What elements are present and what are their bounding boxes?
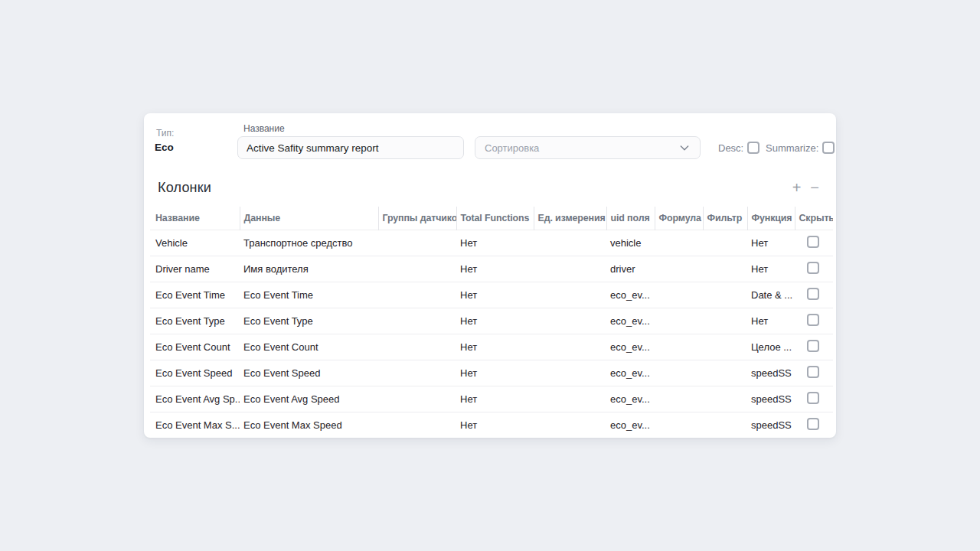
cell-function[interactable]: Целое ... (747, 334, 795, 360)
table-row: Eco Event TimeEco Event TimeНетeco_ev...… (150, 282, 833, 308)
cell-filter[interactable] (703, 412, 747, 438)
table-header-row: НазваниеДанныеГруппы датчиковTotal Funct… (150, 207, 833, 230)
cell-formula[interactable] (655, 412, 703, 438)
cell-data[interactable]: Eco Event Time (240, 282, 378, 308)
columns-title: Колонки (158, 180, 211, 196)
cell-function[interactable]: Нет (747, 230, 795, 256)
cell-uid[interactable]: eco_ev... (606, 308, 655, 334)
row-hide-checkbox[interactable] (807, 236, 819, 248)
cell-filter[interactable] (703, 282, 747, 308)
column-header: Фильтр (703, 207, 747, 230)
cell-formula[interactable] (655, 256, 703, 282)
cell-total-functions[interactable]: Нет (456, 412, 534, 438)
cell-formula[interactable] (655, 360, 703, 386)
cell-data[interactable]: Имя водителя (240, 256, 378, 282)
cell-sensor-groups[interactable] (378, 386, 456, 412)
cell-data[interactable]: Eco Event Type (240, 308, 378, 334)
cell-units[interactable] (534, 386, 606, 412)
cell-data[interactable]: Eco Event Count (240, 334, 378, 360)
cell-units[interactable] (534, 412, 606, 438)
cell-sensor-groups[interactable] (378, 230, 456, 256)
cell-name[interactable]: Eco Event Type (150, 308, 240, 334)
sort-dropdown[interactable]: Сортировка (475, 136, 701, 159)
cell-units[interactable] (534, 282, 606, 308)
summarize-checkbox[interactable] (822, 142, 835, 154)
cell-filter[interactable] (703, 230, 747, 256)
cell-uid[interactable]: eco_ev... (606, 386, 655, 412)
cell-function[interactable]: Нет (747, 256, 795, 282)
cell-units[interactable] (534, 230, 606, 256)
cell-sensor-groups[interactable] (378, 282, 456, 308)
cell-total-functions[interactable]: Нет (456, 282, 534, 308)
row-hide-checkbox[interactable] (807, 366, 819, 378)
cell-hide (795, 230, 833, 256)
cell-name[interactable]: Eco Event Max S... (150, 412, 240, 438)
cell-function[interactable]: speedSS (747, 412, 795, 438)
row-hide-checkbox[interactable] (807, 418, 819, 430)
cell-data[interactable]: Eco Event Avg Speed (240, 386, 378, 412)
table-row: Eco Event CountEco Event CountНетeco_ev.… (150, 334, 833, 360)
report-name-input[interactable] (237, 136, 464, 159)
column-header: Данные (240, 207, 378, 230)
cell-sensor-groups[interactable] (378, 334, 456, 360)
cell-sensor-groups[interactable] (378, 308, 456, 334)
cell-filter[interactable] (703, 360, 747, 386)
cell-data[interactable]: Eco Event Speed (240, 360, 378, 386)
cell-filter[interactable] (703, 334, 747, 360)
cell-function[interactable]: Нет (747, 308, 795, 334)
cell-hide (795, 412, 833, 438)
cell-units[interactable] (534, 334, 606, 360)
cell-uid[interactable]: eco_ev... (606, 282, 655, 308)
cell-formula[interactable] (655, 334, 703, 360)
cell-units[interactable] (534, 308, 606, 334)
cell-total-functions[interactable]: Нет (456, 230, 534, 256)
cell-total-functions[interactable]: Нет (456, 386, 534, 412)
cell-total-functions[interactable]: Нет (456, 360, 534, 386)
cell-data[interactable]: Транспортное средство (240, 230, 378, 256)
row-hide-checkbox[interactable] (807, 288, 819, 300)
add-column-button[interactable]: + (792, 180, 802, 195)
cell-hide (795, 308, 833, 334)
cell-formula[interactable] (655, 308, 703, 334)
cell-sensor-groups[interactable] (378, 412, 456, 438)
row-hide-checkbox[interactable] (807, 340, 819, 352)
column-header: Ед. измерения (534, 207, 606, 230)
cell-units[interactable] (534, 360, 606, 386)
cell-sensor-groups[interactable] (378, 256, 456, 282)
name-label: Название (243, 123, 285, 134)
cell-name[interactable]: Vehicle (150, 230, 240, 256)
cell-formula[interactable] (655, 230, 703, 256)
cell-units[interactable] (534, 256, 606, 282)
cell-function[interactable]: Date & ... (747, 282, 795, 308)
cell-uid[interactable]: vehicle (606, 230, 655, 256)
cell-formula[interactable] (655, 386, 703, 412)
cell-data[interactable]: Eco Event Max Speed (240, 412, 378, 438)
cell-hide (795, 360, 833, 386)
row-hide-checkbox[interactable] (807, 392, 819, 404)
cell-sensor-groups[interactable] (378, 360, 456, 386)
cell-filter[interactable] (703, 308, 747, 334)
row-hide-checkbox[interactable] (807, 262, 819, 274)
cell-name[interactable]: Eco Event Speed (150, 360, 240, 386)
cell-name[interactable]: Driver name (150, 256, 240, 282)
cell-filter[interactable] (703, 256, 747, 282)
remove-column-button[interactable]: − (810, 180, 819, 195)
desc-checkbox[interactable] (747, 142, 760, 154)
cell-uid[interactable]: eco_ev... (606, 360, 655, 386)
cell-filter[interactable] (703, 386, 747, 412)
cell-total-functions[interactable]: Нет (456, 334, 534, 360)
cell-name[interactable]: Eco Event Time (150, 282, 240, 308)
cell-formula[interactable] (655, 282, 703, 308)
summarize-option: Summarize: (766, 136, 835, 159)
columns-section-header: Колонки + − (158, 176, 819, 199)
cell-total-functions[interactable]: Нет (456, 256, 534, 282)
cell-total-functions[interactable]: Нет (456, 308, 534, 334)
cell-function[interactable]: speedSS (747, 360, 795, 386)
cell-name[interactable]: Eco Event Count (150, 334, 240, 360)
cell-function[interactable]: speedSS (747, 386, 795, 412)
cell-uid[interactable]: driver (606, 256, 655, 282)
cell-name[interactable]: Eco Event Avg Sp... (150, 386, 240, 412)
cell-uid[interactable]: eco_ev... (606, 334, 655, 360)
cell-uid[interactable]: eco_ev... (606, 412, 655, 438)
row-hide-checkbox[interactable] (807, 314, 819, 326)
